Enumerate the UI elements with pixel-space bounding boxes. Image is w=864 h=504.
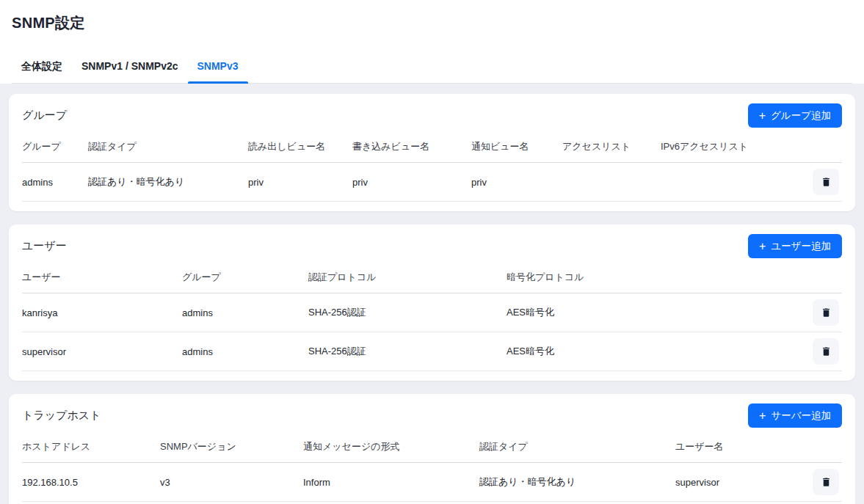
table-cell: admins <box>22 163 88 202</box>
column-header: ユーザー <box>22 263 182 293</box>
add-group-button[interactable]: + グループ追加 <box>748 103 842 128</box>
page-title: SNMP設定 <box>12 13 852 33</box>
trap-host-table-header-row: ホストアドレス SNMPバージョン 通知メッセージの形式 認証タイプ ユーザー名 <box>22 432 842 463</box>
user-card: ユーザー + ユーザー追加 ユーザー グループ 認証プロトコル 暗号化プロトコル <box>9 224 855 381</box>
trash-icon <box>821 307 832 318</box>
column-header-actions <box>804 263 842 293</box>
trap-host-card: トラップホスト + サーバー追加 ホストアドレス SNMPバージョン 通知メッセ… <box>9 394 855 504</box>
table-cell: supervisor <box>22 332 182 371</box>
delete-button[interactable] <box>813 299 839 326</box>
table-cell: kanrisya <box>22 293 182 332</box>
column-header: グループ <box>182 263 308 293</box>
add-server-button-label: サーバー追加 <box>771 409 831 423</box>
trash-icon <box>821 346 832 357</box>
trash-icon <box>821 176 832 188</box>
column-header: アクセスリスト <box>562 132 661 163</box>
plus-icon: + <box>759 241 766 252</box>
tab-snmpv3[interactable]: SNMPv3 <box>188 52 248 83</box>
table-cell: 認証あり・暗号化あり <box>479 463 675 502</box>
trap-host-card-title: トラップホスト <box>22 409 101 423</box>
table-cell: v3 <box>160 463 303 502</box>
column-header: 書き込みビュー名 <box>352 132 471 163</box>
table-cell: SHA-256認証 <box>308 332 507 371</box>
trash-icon <box>821 476 832 488</box>
user-table: ユーザー グループ 認証プロトコル 暗号化プロトコル kanrisya admi… <box>22 263 842 371</box>
tab-snmpv1-v2c[interactable]: SNMPv1 / SNMPv2c <box>72 52 188 83</box>
delete-button[interactable] <box>813 338 839 365</box>
tab-bar: 全体設定 SNMPv1 / SNMPv2c SNMPv3 <box>12 52 852 84</box>
table-cell: AES暗号化 <box>507 332 804 371</box>
table-row: supervisor admins SHA-256認証 AES暗号化 <box>22 332 842 371</box>
table-cell: admins <box>182 293 308 332</box>
table-cell: priv <box>471 163 562 202</box>
add-server-button[interactable]: + サーバー追加 <box>748 403 842 428</box>
column-header: ユーザー名 <box>675 432 804 463</box>
user-table-header-row: ユーザー グループ 認証プロトコル 暗号化プロトコル <box>22 263 842 293</box>
column-header: IPv6アクセスリスト <box>661 132 804 163</box>
column-header: 認証タイプ <box>479 432 675 463</box>
table-cell: 192.168.10.5 <box>22 463 160 502</box>
tab-general-settings[interactable]: 全体設定 <box>12 52 72 83</box>
trap-host-card-header: トラップホスト + サーバー追加 <box>22 403 842 428</box>
table-row: 192.168.10.5 v3 Inform 認証あり・暗号化あり superv… <box>22 463 842 502</box>
column-header: 読み出しビュー名 <box>248 132 352 163</box>
column-header: 暗号化プロトコル <box>507 263 804 293</box>
plus-icon: + <box>759 410 766 422</box>
group-table-header-row: グループ 認証タイプ 読み出しビュー名 書き込みビュー名 通知ビュー名 アクセス… <box>22 132 842 163</box>
group-card: グループ + グループ追加 グループ 認証タイプ 読み出しビュー名 書き込みビュ… <box>9 94 855 211</box>
table-cell <box>661 163 804 202</box>
table-cell: admins <box>182 332 308 371</box>
table-cell: priv <box>352 163 471 202</box>
table-cell: Inform <box>303 463 479 502</box>
group-table: グループ 認証タイプ 読み出しビュー名 書き込みビュー名 通知ビュー名 アクセス… <box>22 132 842 202</box>
page-header: SNMP設定 全体設定 SNMPv1 / SNMPv2c SNMPv3 <box>0 0 864 84</box>
group-card-title: グループ <box>22 109 67 123</box>
column-header: SNMPバージョン <box>160 432 303 463</box>
column-header: グループ <box>22 132 88 163</box>
column-header: 認証プロトコル <box>308 263 507 293</box>
table-cell <box>562 163 661 202</box>
plus-icon: + <box>759 110 766 122</box>
add-user-button-label: ユーザー追加 <box>771 240 831 253</box>
delete-button[interactable] <box>813 169 839 195</box>
table-cell: AES暗号化 <box>507 293 804 332</box>
column-header: 通知ビュー名 <box>471 132 562 163</box>
table-cell: priv <box>248 163 352 202</box>
user-card-header: ユーザー + ユーザー追加 <box>22 234 842 258</box>
trap-host-table: ホストアドレス SNMPバージョン 通知メッセージの形式 認証タイプ ユーザー名… <box>22 432 842 502</box>
column-header: 認証タイプ <box>88 132 248 163</box>
user-card-title: ユーザー <box>22 239 67 253</box>
delete-button[interactable] <box>813 469 839 495</box>
table-row: kanrisya admins SHA-256認証 AES暗号化 <box>22 293 842 332</box>
table-cell: SHA-256認証 <box>308 293 507 332</box>
table-row: admins 認証あり・暗号化あり priv priv priv <box>22 163 842 202</box>
table-cell: 認証あり・暗号化あり <box>88 163 248 202</box>
column-header-actions <box>804 132 842 163</box>
table-cell: supervisor <box>675 463 804 502</box>
add-group-button-label: グループ追加 <box>771 109 831 123</box>
column-header-actions <box>804 432 842 463</box>
main-content: グループ + グループ追加 グループ 認証タイプ 読み出しビュー名 書き込みビュ… <box>0 84 864 504</box>
column-header: 通知メッセージの形式 <box>303 432 479 463</box>
group-card-header: グループ + グループ追加 <box>22 103 842 128</box>
add-user-button[interactable]: + ユーザー追加 <box>748 234 842 258</box>
column-header: ホストアドレス <box>22 432 160 463</box>
